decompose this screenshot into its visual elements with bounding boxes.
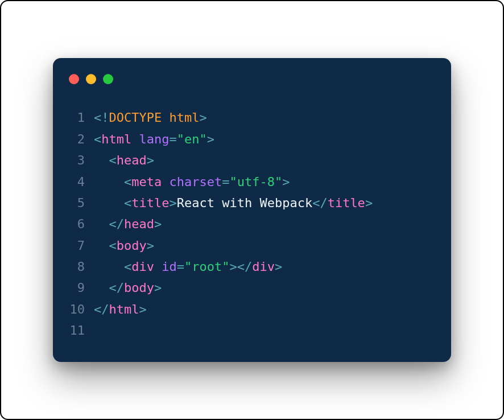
token-tag: div — [252, 260, 275, 274]
line-number: 10 — [68, 299, 94, 320]
token-br: </ — [312, 196, 328, 210]
token-br: > — [199, 110, 206, 125]
token-br: > — [147, 153, 154, 167]
token-txt — [94, 238, 109, 253]
line-content: <!DOCTYPE html> — [94, 107, 207, 128]
token-tag: head — [117, 153, 147, 167]
code-line: 4 <meta charset="utf-8"> — [68, 171, 436, 192]
code-line: 1<!DOCTYPE html> — [68, 107, 436, 128]
token-br: </ — [94, 302, 109, 316]
token-tag: body — [124, 281, 154, 295]
token-br: </ — [109, 281, 125, 295]
line-number: 2 — [68, 129, 94, 150]
line-number: 11 — [68, 320, 94, 341]
line-number: 6 — [68, 213, 94, 234]
token-str: "utf-8" — [229, 175, 282, 189]
line-content: </html> — [94, 299, 147, 320]
token-br: > — [229, 260, 237, 274]
line-content: </body> — [94, 277, 162, 298]
line-number: 7 — [68, 235, 94, 256]
token-doctype-name: html — [169, 110, 199, 125]
window-controls — [69, 74, 436, 84]
token-br: > — [154, 217, 162, 231]
code-line: 2<html lang="en"> — [68, 129, 436, 150]
code-line: 10</html> — [68, 299, 436, 320]
token-str: "root" — [184, 260, 229, 274]
token-br: < — [109, 153, 117, 167]
minimize-icon[interactable] — [86, 74, 96, 84]
token-br: > — [207, 132, 214, 146]
code-line: 11 — [68, 320, 436, 341]
code-block: 1<!DOCTYPE html>2<html lang="en">3 <head… — [68, 107, 436, 341]
line-content: <title>React with Webpack</title> — [94, 192, 373, 213]
token-tag: head — [124, 217, 154, 231]
line-number: 5 — [68, 192, 94, 213]
line-number: 3 — [68, 150, 94, 171]
line-number: 8 — [68, 256, 94, 277]
token-br: > — [139, 302, 146, 316]
code-line: 6 </head> — [68, 213, 436, 234]
token-br: > — [282, 175, 290, 189]
token-tag: body — [117, 238, 147, 253]
token-tag: meta — [131, 175, 162, 189]
token-tag: title — [131, 196, 169, 210]
token-txt — [94, 281, 109, 295]
token-tag: title — [328, 196, 365, 210]
line-number: 1 — [68, 107, 94, 128]
token-br: < — [124, 260, 131, 274]
token-br: < — [94, 132, 101, 146]
token-txt — [94, 196, 124, 210]
code-line: 3 <head> — [68, 150, 436, 171]
token-attr: lang — [139, 132, 169, 146]
token-doctype-kw: DOCTYPE — [109, 110, 162, 125]
token-br: < — [109, 238, 117, 253]
token-tag: html — [101, 132, 131, 146]
line-number: 4 — [68, 171, 94, 192]
token-attr: id — [162, 260, 177, 274]
line-content: <div id="root"></div> — [94, 256, 282, 277]
token-txt — [162, 110, 169, 125]
token-txt — [94, 217, 109, 231]
line-content: <body> — [94, 235, 154, 256]
token-eq: = — [177, 260, 184, 274]
token-br: </ — [237, 260, 253, 274]
token-eq: = — [222, 175, 229, 189]
line-content: </head> — [94, 213, 162, 234]
close-icon[interactable] — [69, 74, 79, 84]
token-br: > — [365, 196, 373, 210]
token-txt — [94, 260, 124, 274]
token-br: > — [147, 238, 154, 253]
token-br: > — [154, 281, 162, 295]
code-line: 7 <body> — [68, 235, 436, 256]
token-tag: div — [131, 260, 154, 274]
token-br: > — [169, 196, 176, 210]
token-br: > — [275, 260, 282, 274]
token-txt — [94, 175, 124, 189]
token-txt — [94, 153, 109, 167]
token-str: "en" — [177, 132, 207, 146]
code-line: 9 </body> — [68, 277, 436, 298]
token-txt: React with Webpack — [177, 196, 312, 210]
token-txt — [131, 132, 139, 146]
code-window: 1<!DOCTYPE html>2<html lang="en">3 <head… — [53, 58, 451, 361]
line-number: 9 — [68, 277, 94, 298]
token-br: < — [124, 175, 131, 189]
code-line: 8 <div id="root"></div> — [68, 256, 436, 277]
token-br: </ — [109, 217, 125, 231]
token-br: < — [124, 196, 131, 210]
token-txt — [154, 260, 162, 274]
code-line: 5 <title>React with Webpack</title> — [68, 192, 436, 213]
token-br: <! — [94, 110, 109, 125]
line-content: <meta charset="utf-8"> — [94, 171, 290, 192]
token-eq: = — [169, 132, 176, 146]
token-attr: charset — [169, 175, 222, 189]
line-content: <head> — [94, 150, 154, 171]
maximize-icon[interactable] — [103, 74, 113, 84]
token-tag: html — [109, 302, 139, 316]
line-content: <html lang="en"> — [94, 129, 214, 150]
token-txt — [162, 175, 169, 189]
